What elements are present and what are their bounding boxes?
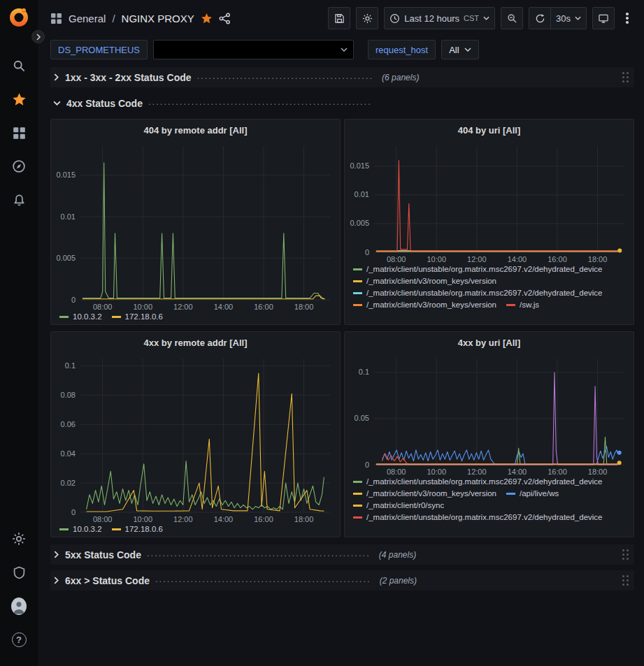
svg-text:18:00: 18:00: [588, 255, 608, 263]
series-color-swatch: [353, 268, 362, 270]
dashboard-canvas: 1xx - 3xx - 2xx Status Code ............…: [38, 63, 644, 666]
series-color-swatch: [353, 292, 362, 294]
favorite-star-icon[interactable]: [201, 13, 213, 24]
svg-text:12:00: 12:00: [467, 255, 487, 263]
kebab-icon: [626, 17, 629, 20]
breadcrumb-separator: /: [112, 13, 115, 24]
svg-text:12:00: 12:00: [173, 515, 193, 523]
row-1xx-3xx-2xx[interactable]: 1xx - 3xx - 2xx Status Code ............…: [50, 67, 634, 87]
svg-text:14:00: 14:00: [214, 303, 234, 311]
timeseries-chart-4xx-remote-addr[interactable]: 00.020.040.060.080.108:0010:0012:0014:00…: [51, 353, 340, 524]
refresh-group: 30s: [529, 7, 587, 29]
share-icon[interactable]: [219, 13, 231, 24]
svg-text:08:00: 08:00: [93, 303, 113, 311]
legend-item[interactable]: 10.0.3.2: [59, 312, 102, 321]
request-host-variable-label[interactable]: request_host: [368, 40, 436, 59]
help-icon[interactable]: ?: [11, 632, 27, 647]
server-admin-gear-icon[interactable]: [11, 531, 27, 546]
legend-item[interactable]: /_matrix/client/unstable/org.matrix.msc2…: [353, 289, 603, 297]
row-drag-handle[interactable]: [621, 548, 630, 561]
save-icon: [334, 13, 345, 24]
explore-compass-icon[interactable]: [11, 159, 27, 174]
chevron-right-icon: [53, 577, 59, 584]
tv-mode-button[interactable]: [592, 7, 615, 29]
legend-item[interactable]: /sw.js: [506, 301, 539, 309]
save-dashboard-button[interactable]: [328, 7, 350, 29]
series-color-swatch: [59, 528, 69, 530]
legend-item[interactable]: /_matrix/client/r0/sync: [353, 501, 444, 509]
series-color-swatch: [353, 280, 362, 282]
user-avatar[interactable]: [11, 598, 27, 614]
legend-item[interactable]: 10.0.3.2: [59, 525, 102, 533]
legend-item[interactable]: /api/live/ws: [506, 489, 559, 498]
legend-item[interactable]: /_matrix/client/unstable/org.matrix.msc2…: [353, 265, 603, 273]
panel-title[interactable]: 404 by uri [All]: [345, 120, 634, 140]
chevron-right-icon: [53, 551, 59, 558]
refresh-button[interactable]: [529, 7, 551, 29]
panel-grid: 404 by remote addr [All] 00.0050.010.015…: [50, 119, 634, 537]
panel-title[interactable]: 404 by remote addr [All]: [51, 120, 340, 140]
row-5xx[interactable]: 5xx Status Code ........................…: [50, 544, 634, 565]
row-dots: ........................................…: [197, 71, 374, 81]
dashboard-title[interactable]: NGINX PROXY: [122, 13, 194, 24]
chevron-down-icon: [464, 48, 471, 52]
row-title: 5xx Status Code: [65, 549, 141, 560]
legend-item[interactable]: /_matrix/client/unstable/org.matrix.msc2…: [353, 477, 603, 486]
breadcrumb-section[interactable]: General: [69, 13, 106, 24]
datasource-variable-label[interactable]: DS_PROMETHEUS: [50, 40, 148, 59]
panel-title[interactable]: 4xx by remote addr [All]: [51, 332, 340, 353]
chevron-right-icon: [53, 73, 59, 81]
series-color-swatch: [506, 493, 515, 495]
svg-text:0.015: 0.015: [56, 171, 76, 179]
dashboards-icon[interactable]: [11, 125, 27, 140]
panel-4xx-by-uri: 4xx by uri [All] 00.050.108:0010:0012:00…: [344, 331, 634, 537]
time-range-button[interactable]: Last 12 hours CST: [384, 7, 495, 29]
panel-title[interactable]: 4xx by uri [All]: [345, 332, 634, 353]
gear-icon: [362, 13, 373, 24]
top-navbar: General / NGINX PROXY: [38, 0, 644, 36]
legend: 10.0.3.2172.18.0.6: [51, 312, 340, 324]
apps-grid-icon: [50, 13, 62, 24]
legend: 10.0.3.2172.18.0.6: [51, 524, 340, 537]
legend-item[interactable]: /_matrix/client/v3/room_keys/version: [353, 301, 496, 309]
row-4xx[interactable]: 4xx Status Code ........................…: [50, 93, 634, 113]
row-panel-count: (2 panels): [380, 576, 417, 586]
legend-item[interactable]: 172.18.0.6: [112, 525, 163, 533]
panel-4xx-by-remote-addr: 4xx by remote addr [All] 00.020.040.060.…: [50, 331, 341, 537]
timeseries-chart-404-uri[interactable]: 00.0050.010.01508:0010:0012:0014:0016:00…: [345, 140, 634, 264]
legend-item[interactable]: /_matrix/client/v3/room_keys/version: [353, 277, 496, 285]
alerting-bell-icon[interactable]: [11, 192, 27, 208]
sidebar-expand-chevron-icon[interactable]: [31, 30, 45, 43]
svg-text:0: 0: [365, 248, 369, 256]
legend-item[interactable]: /_matrix/client/unstable/org.matrix.msc2…: [353, 513, 603, 521]
series-color-swatch: [506, 304, 515, 306]
svg-text:14:00: 14:00: [214, 515, 234, 523]
refresh-interval-button[interactable]: 30s: [551, 7, 587, 29]
row-drag-handle[interactable]: [621, 574, 630, 587]
dashboard-settings-button[interactable]: [356, 7, 378, 29]
request-host-select[interactable]: All: [441, 40, 478, 59]
svg-text:10:00: 10:00: [427, 255, 446, 263]
datasource-select[interactable]: [153, 40, 354, 59]
chevron-down-icon: [575, 16, 581, 20]
legend-item[interactable]: 172.18.0.6: [112, 312, 163, 321]
series-color-swatch: [112, 528, 121, 530]
kebab-menu-button[interactable]: [620, 7, 634, 29]
legend-item[interactable]: /_matrix/client/v3/room_keys/version: [353, 489, 496, 498]
row-6xx[interactable]: 6xx > Status Code ......................…: [50, 570, 634, 591]
chevron-down-icon: [483, 16, 489, 20]
grafana-logo[interactable]: [8, 7, 29, 31]
timeseries-chart-4xx-uri[interactable]: 00.050.108:0010:0012:0014:0016:0018:00: [345, 353, 634, 477]
svg-text:16:00: 16:00: [254, 515, 273, 523]
svg-text:18:00: 18:00: [588, 468, 608, 476]
svg-text:0.02: 0.02: [61, 479, 76, 487]
row-dots: ........................................…: [147, 548, 371, 558]
zoom-out-button[interactable]: [501, 7, 523, 29]
starred-dashboards-icon[interactable]: [11, 92, 27, 107]
panel-404-by-remote-addr: 404 by remote addr [All] 00.0050.010.015…: [50, 119, 341, 325]
chevron-down-icon: [53, 100, 61, 106]
timeseries-chart-404-remote-addr[interactable]: 00.0050.010.01508:0010:0012:0014:0016:00…: [51, 140, 340, 312]
admin-shield-icon[interactable]: [11, 565, 27, 580]
search-icon[interactable]: [11, 58, 27, 73]
row-drag-handle[interactable]: [621, 71, 630, 84]
